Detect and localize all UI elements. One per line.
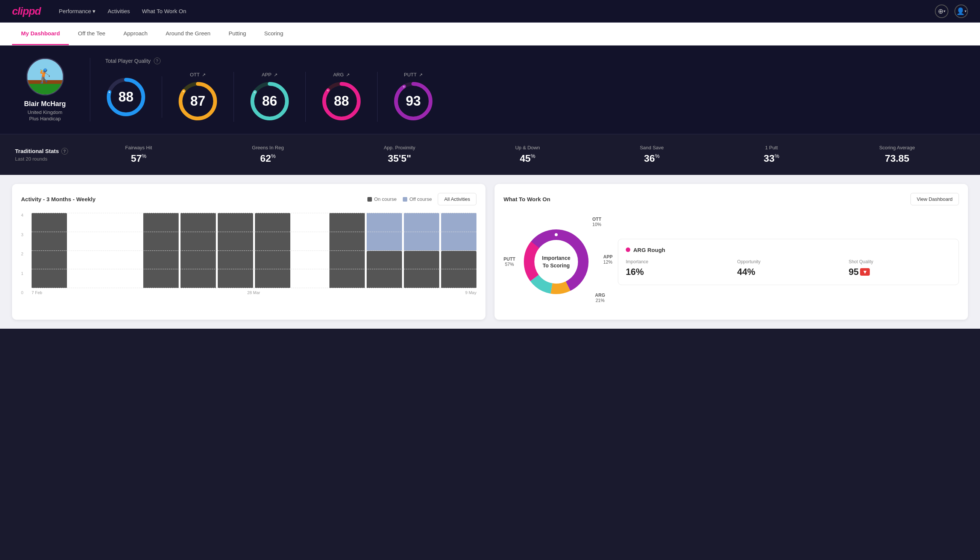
bar-offcourse-12 (441, 213, 476, 250)
info-card-stats: Importance 16% Opportunity 44% Shot Qual… (626, 259, 951, 277)
stat-greens: Greens In Reg 62% (252, 145, 284, 164)
nav-menu: Performance ▾ Activities What To Work On (59, 5, 935, 18)
arrow-icon-arg: ↗ (346, 72, 350, 77)
stats-title: Traditional Stats ? (15, 148, 75, 155)
donut-label-arg: ARG 21% (595, 293, 605, 303)
score-ott-label: OTT ↗ (190, 72, 206, 77)
stat-proximity: App. Proximity 35'5" (384, 145, 415, 164)
tab-off-the-tee[interactable]: Off the Tee (69, 23, 114, 45)
arrow-icon-app: ↗ (274, 72, 278, 77)
bar-group-6 (218, 213, 253, 288)
legend-oncourse-dot (368, 197, 372, 202)
bottom-section: Activity - 3 Months - Weekly On course O… (0, 175, 980, 329)
scores-section: Total Player Quality ? 88 OTT (90, 58, 965, 122)
bar-group-7 (255, 213, 290, 288)
wtwon-header: What To Work On View Dashboard (504, 193, 959, 205)
bars-area (32, 213, 476, 288)
stats-label: Traditional Stats ? Last 20 rounds (15, 148, 75, 162)
ring-arg: 88 (321, 80, 362, 122)
stat-fairways: Fairways Hit 57% (125, 145, 152, 164)
svg-text:Importance: Importance (542, 255, 571, 261)
tab-my-dashboard[interactable]: My Dashboard (12, 23, 69, 45)
bar-oncourse-7 (255, 213, 290, 288)
info-card-header: ARG Rough (626, 247, 951, 253)
score-cards: 88 OTT ↗ 87 (105, 72, 965, 122)
stat-items: Fairways Hit 57% Greens In Reg 62% App. … (75, 145, 965, 164)
bar-oncourse-1 (32, 213, 67, 288)
score-main-value: 88 (118, 89, 133, 105)
ring-main: 88 (105, 77, 146, 118)
bar-group-5 (181, 213, 216, 288)
player-name: Blair McHarg (24, 100, 66, 108)
score-ott-value: 87 (190, 93, 205, 109)
bar-offcourse-11 (404, 213, 439, 250)
view-dashboard-button[interactable]: View Dashboard (910, 193, 959, 205)
player-info: 🏌️ Blair McHarg United Kingdom Plus Hand… (15, 58, 90, 122)
all-activities-button[interactable]: All Activities (438, 193, 476, 205)
stats-subtitle: Last 20 rounds (15, 156, 75, 162)
ring-app: 86 (249, 80, 290, 122)
donut-chart-container: OTT 10% APP 12% ARG 21% PUTT 57% (504, 213, 609, 311)
bar-group-8 (292, 213, 328, 288)
score-main: 88 (105, 77, 162, 118)
score-arg-label: ARG ↗ (333, 72, 350, 77)
nav-performance[interactable]: Performance ▾ (59, 5, 95, 18)
user-icon[interactable]: 👤 ▾ (954, 5, 968, 18)
legend-oncourse: On course (368, 196, 397, 202)
score-app: APP ↗ 86 (234, 72, 306, 122)
bar-oncourse-9 (329, 213, 365, 288)
score-arg-value: 88 (334, 93, 349, 109)
wtwon-title: What To Work On (504, 196, 550, 202)
bar-oncourse-6 (218, 213, 253, 288)
bar-group-4 (143, 213, 179, 288)
bar-group-3 (106, 213, 141, 288)
tab-around-the-green[interactable]: Around the Green (156, 23, 219, 45)
info-stat-opportunity: Opportunity 44% (737, 259, 839, 277)
what-to-work-on-panel: What To Work On View Dashboard OTT 10% A… (494, 184, 968, 320)
help-icon[interactable]: ? (154, 58, 161, 64)
activity-panel-header: Activity - 3 Months - Weekly On course O… (21, 193, 476, 205)
bar-oncourse-4 (143, 213, 179, 288)
svg-point-22 (554, 233, 558, 237)
add-icon[interactable]: ⊕ ▾ (935, 5, 948, 18)
ring-putt: 93 (393, 80, 434, 122)
arrow-icon-putt: ↗ (419, 72, 423, 77)
chart-x-labels: 7 Feb 28 Mar 9 May (32, 288, 476, 295)
bar-oncourse-11 (404, 251, 439, 288)
legend-offcourse: Off course (403, 196, 432, 202)
donut-svg: Importance To Scoring (519, 224, 594, 299)
donut-label-app: APP 12% (603, 254, 612, 265)
stats-help-icon[interactable]: ? (61, 148, 68, 155)
score-putt: PUTT ↗ 93 (378, 72, 449, 122)
player-handicap: Plus Handicap (29, 116, 61, 122)
info-stat-shotquality: Shot Quality 95 ▼ (849, 259, 951, 277)
ring-ott: 87 (177, 80, 218, 122)
chart-y-axis: 4 3 2 1 0 (21, 213, 25, 295)
nav-activities[interactable]: Activities (108, 5, 130, 18)
donut-section: OTT 10% APP 12% ARG 21% PUTT 57% (504, 213, 959, 311)
tab-scoring[interactable]: Scoring (255, 23, 292, 45)
tab-approach[interactable]: Approach (114, 23, 156, 45)
bar-oncourse-10 (367, 251, 402, 288)
bar-group-9 (329, 213, 365, 288)
bar-group-10 (367, 213, 402, 288)
bar-oncourse-12 (441, 251, 476, 288)
info-card-title: ARG Rough (633, 247, 665, 253)
stat-scoring: Scoring Average 73.85 (879, 145, 915, 164)
bar-group-1 (32, 213, 67, 288)
arrow-icon: ↗ (202, 72, 206, 77)
stat-updown: Up & Down 45% (515, 145, 540, 164)
chevron-down-icon: ▾ (93, 8, 95, 15)
bar-group-11 (404, 213, 439, 288)
tab-putting[interactable]: Putting (220, 23, 255, 45)
info-stat-importance: Importance 16% (626, 259, 728, 277)
nav-what-to-work-on[interactable]: What To Work On (142, 5, 186, 18)
info-card: ARG Rough Importance 16% Opportunity 44%… (618, 239, 959, 285)
logo[interactable]: clippd (12, 5, 41, 17)
score-app-value: 86 (262, 93, 277, 109)
bar-group-12 (441, 213, 476, 288)
activity-legend: On course Off course (368, 196, 432, 202)
down-badge: ▼ (860, 268, 870, 276)
score-arg: ARG ↗ 88 (306, 72, 378, 122)
donut-label-putt: PUTT 57% (504, 257, 515, 267)
